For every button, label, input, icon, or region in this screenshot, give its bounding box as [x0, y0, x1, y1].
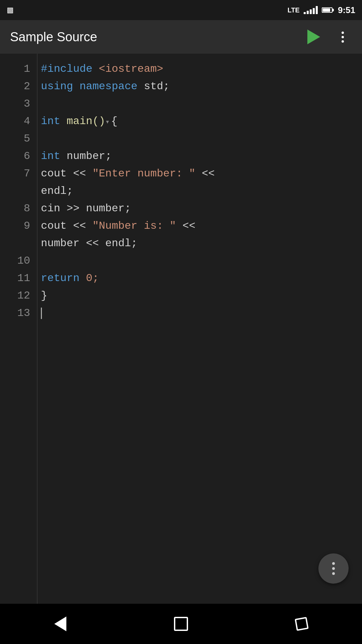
fab-dot-3 [332, 572, 335, 575]
line-number-6: 6 [0, 148, 37, 165]
code-line-8[interactable]: endl; [41, 182, 362, 200]
token: int [41, 115, 67, 127]
app-title: Sample Source [10, 30, 97, 44]
token: using [41, 80, 79, 93]
line-number-15: 13 [0, 305, 37, 322]
code-editor[interactable]: 12345678910111213 #include <iostream>usi… [0, 54, 362, 604]
more-dot-3 [342, 40, 344, 43]
token: number; [67, 150, 112, 162]
battery-icon [322, 7, 334, 13]
token: cout [41, 220, 73, 232]
token: int [41, 150, 67, 162]
line-number-4: 4 [0, 113, 37, 130]
token: "Enter number: " [93, 167, 195, 180]
nav-bar [0, 604, 362, 644]
token: number [41, 237, 86, 250]
status-time: 9:51 [338, 5, 355, 15]
token: #include [41, 63, 99, 75]
fab-more-button[interactable] [318, 553, 349, 584]
code-line-5[interactable] [41, 130, 362, 148]
fold-icon[interactable]: ▾ [105, 118, 110, 126]
app-bar: Sample Source [0, 20, 362, 54]
recent-icon [295, 617, 309, 631]
fab-dot-2 [332, 567, 335, 570]
app-bar-actions [304, 28, 352, 46]
token: cout [41, 167, 73, 180]
code-line-4[interactable]: int main()▾{ [41, 113, 362, 130]
line-number-8 [0, 182, 37, 200]
token: "Number is: " [93, 220, 176, 232]
token: endl; [105, 237, 137, 250]
token: std; [144, 80, 170, 93]
line-number-1: 1 [0, 60, 37, 78]
code-line-10[interactable]: cout << "Number is: " << [41, 217, 362, 235]
token: } [41, 289, 47, 302]
status-bar-right: LTE 9:51 [288, 5, 355, 15]
more-dot-2 [342, 36, 344, 38]
line-number-5: 5 [0, 130, 37, 148]
back-icon [54, 616, 66, 631]
line-numbers: 12345678910111213 [0, 54, 37, 604]
line-number-2: 2 [0, 78, 37, 95]
line-number-7: 7 [0, 165, 37, 182]
code-line-9[interactable]: cin >> number; [41, 200, 362, 217]
network-type: LTE [288, 6, 300, 14]
play-icon [307, 30, 320, 44]
token: << [73, 220, 93, 232]
token: << [86, 237, 105, 250]
code-line-15[interactable] [41, 305, 362, 322]
code-content[interactable]: #include <iostream>using namespace std;i… [37, 54, 362, 604]
more-options-button[interactable] [333, 28, 352, 46]
status-bar: ▩ LTE 9:51 [0, 0, 362, 20]
token: << [73, 167, 93, 180]
code-line-2[interactable]: using namespace std; [41, 78, 362, 95]
code-line-12[interactable] [41, 252, 362, 270]
token: <iostream> [99, 63, 163, 75]
code-line-13[interactable]: return 0; [41, 270, 362, 287]
code-line-11[interactable]: number << endl; [41, 235, 362, 252]
nav-home-button[interactable] [168, 610, 194, 637]
token: main() [67, 115, 105, 127]
nav-recent-button[interactable] [288, 610, 315, 637]
sim-icon: ▩ [7, 6, 14, 14]
token: namespace [79, 80, 144, 93]
text-cursor [41, 308, 42, 319]
token: cin [41, 202, 67, 215]
line-number-12: 10 [0, 252, 37, 270]
line-number-9: 8 [0, 200, 37, 217]
token: << [176, 220, 195, 232]
code-line-14[interactable]: } [41, 287, 362, 305]
code-line-3[interactable] [41, 95, 362, 113]
code-line-7[interactable]: cout << "Enter number: " << [41, 165, 362, 182]
fab-dot-1 [332, 562, 335, 565]
line-number-3: 3 [0, 95, 37, 113]
line-number-10: 9 [0, 217, 37, 235]
token: endl; [41, 185, 73, 197]
signal-icon [304, 6, 318, 14]
code-line-1[interactable]: #include <iostream> [41, 60, 362, 78]
token: 0; [86, 272, 99, 284]
more-dot-1 [342, 32, 344, 34]
line-number-13: 11 [0, 270, 37, 287]
token: << [195, 167, 215, 180]
token: number; [86, 202, 131, 215]
run-button[interactable] [304, 28, 323, 46]
nav-back-button[interactable] [47, 610, 74, 637]
token: return [41, 272, 86, 284]
token: >> [67, 202, 86, 215]
token: { [111, 115, 117, 127]
line-number-11 [0, 235, 37, 252]
code-line-6[interactable]: int number; [41, 148, 362, 165]
status-bar-left: ▩ [7, 6, 14, 14]
home-icon [174, 617, 188, 631]
line-number-14: 12 [0, 287, 37, 305]
